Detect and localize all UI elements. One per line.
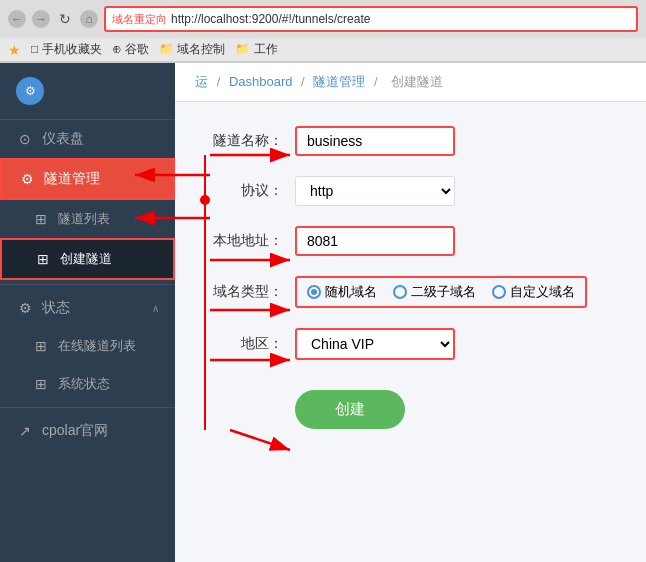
sidebar-label-create-tunnel: 创建隧道 xyxy=(60,250,157,268)
sidebar-item-status[interactable]: ⚙ 状态 ∧ xyxy=(0,289,175,327)
breadcrumb: 运 / Dashboard / 隧道管理 / 创建隧道 xyxy=(175,63,646,102)
breadcrumb-home[interactable]: 运 xyxy=(195,74,208,89)
form-submit-row: 创建 xyxy=(205,380,616,429)
star-icon: ★ xyxy=(8,42,21,58)
protocol-label: 协议： xyxy=(205,182,295,200)
sidebar-divider xyxy=(0,284,175,285)
region-label: 地区： xyxy=(205,335,295,353)
main-layout: ⚙ ⊙ 仪表盘 ⚙ 隧道管理 ∧ ⊞ 隧道列表 ⊞ 创建隧道 ⚙ 状态 ∧ ⊞ … xyxy=(0,63,646,562)
tunnel-mgmt-icon: ⚙ xyxy=(18,171,36,187)
sidebar-item-online-tunnels[interactable]: ⊞ 在线隧道列表 xyxy=(0,327,175,365)
sidebar-item-dashboard[interactable]: ⊙ 仪表盘 xyxy=(0,120,175,158)
form-row-domain-type: 域名类型： 随机域名 二级子域名 自定义域名 xyxy=(205,276,616,308)
radio-label-subdomain: 二级子域名 xyxy=(411,283,476,301)
address-url: http://localhost:9200/#!/tunnels/create xyxy=(171,12,630,26)
form-row-region: 地区： China VIP China US HK xyxy=(205,328,616,360)
radio-dot-custom xyxy=(492,285,506,299)
breadcrumb-sep2: / xyxy=(301,74,308,89)
create-button[interactable]: 创建 xyxy=(295,390,405,429)
form-row-tunnel-name: 隧道名称： xyxy=(205,126,616,156)
radio-dot-subdomain xyxy=(393,285,407,299)
tunnel-name-input[interactable] xyxy=(295,126,455,156)
browser-nav: ← → ↻ ⌂ 域名重定向 http://localhost:9200/#!/t… xyxy=(0,0,646,38)
forward-button[interactable]: → xyxy=(32,10,50,28)
form-row-protocol: 协议： http https tcp udp xyxy=(205,176,616,206)
sys-status-icon: ⊞ xyxy=(32,376,50,392)
bookmark-work[interactable]: 📁 工作 xyxy=(235,41,277,58)
dashboard-icon: ⊙ xyxy=(16,131,34,147)
form-row-local-addr: 本地地址： xyxy=(205,226,616,256)
tunnel-name-label: 隧道名称： xyxy=(205,132,295,150)
sidebar-item-tunnel-list[interactable]: ⊞ 隧道列表 xyxy=(0,200,175,238)
radio-random-domain[interactable]: 随机域名 xyxy=(307,283,377,301)
address-bar[interactable]: 域名重定向 http://localhost:9200/#!/tunnels/c… xyxy=(104,6,638,32)
domain-type-label: 域名类型： xyxy=(205,283,295,301)
local-addr-label: 本地地址： xyxy=(205,232,295,250)
form-container: 隧道名称： 协议： http https tcp udp 本地地址： xyxy=(175,102,646,453)
breadcrumb-tunnel-mgmt[interactable]: 隧道管理 xyxy=(313,74,365,89)
reload-button[interactable]: ↻ xyxy=(56,10,74,28)
local-addr-input[interactable] xyxy=(295,226,455,256)
sidebar-label-sys-status: 系统状态 xyxy=(58,375,159,393)
radio-subdomain[interactable]: 二级子域名 xyxy=(393,283,476,301)
sidebar-logo: ⚙ xyxy=(0,63,175,120)
breadcrumb-sep1: / xyxy=(217,74,221,89)
tunnel-mgmt-arrow: ∧ xyxy=(150,174,157,185)
sidebar-label-tunnel-mgmt: 隧道管理 xyxy=(44,170,142,188)
content-area: 运 / Dashboard / 隧道管理 / 创建隧道 隧道名称： 协议： ht… xyxy=(175,63,646,562)
radio-label-custom: 自定义域名 xyxy=(510,283,575,301)
breadcrumb-create-tunnel: 创建隧道 xyxy=(391,74,443,89)
redirect-label: 域名重定向 xyxy=(112,12,167,27)
region-select[interactable]: China VIP China US HK xyxy=(295,328,455,360)
sidebar-label-tunnel-list: 隧道列表 xyxy=(58,210,159,228)
sidebar-label-online-tunnels: 在线隧道列表 xyxy=(58,337,159,355)
bookmarks-bar: ★ □ 手机收藏夹 ⊕ 谷歌 📁 域名控制 📁 工作 xyxy=(0,38,646,62)
radio-dot-random xyxy=(307,285,321,299)
breadcrumb-dashboard[interactable]: Dashboard xyxy=(229,74,293,89)
protocol-select[interactable]: http https tcp udp xyxy=(295,176,455,206)
bookmark-mobile[interactable]: □ 手机收藏夹 xyxy=(31,41,102,58)
tunnel-list-icon: ⊞ xyxy=(32,211,50,227)
radio-custom-domain[interactable]: 自定义域名 xyxy=(492,283,575,301)
logo-icon: ⚙ xyxy=(16,77,44,105)
sidebar-label-dashboard: 仪表盘 xyxy=(42,130,159,148)
bookmark-domain[interactable]: 📁 域名控制 xyxy=(159,41,225,58)
home-button[interactable]: ⌂ xyxy=(80,10,98,28)
cpolar-icon: ↗ xyxy=(16,423,34,439)
sidebar: ⚙ ⊙ 仪表盘 ⚙ 隧道管理 ∧ ⊞ 隧道列表 ⊞ 创建隧道 ⚙ 状态 ∧ ⊞ … xyxy=(0,63,175,562)
back-button[interactable]: ← xyxy=(8,10,26,28)
sidebar-item-tunnel-mgmt[interactable]: ⚙ 隧道管理 ∧ xyxy=(0,158,175,200)
sidebar-item-sys-status[interactable]: ⊞ 系统状态 xyxy=(0,365,175,403)
status-arrow: ∧ xyxy=(152,303,159,314)
sidebar-item-create-tunnel[interactable]: ⊞ 创建隧道 xyxy=(0,238,175,280)
create-tunnel-icon: ⊞ xyxy=(34,251,52,267)
sidebar-item-cpolar[interactable]: ↗ cpolar官网 xyxy=(0,412,175,450)
status-icon: ⚙ xyxy=(16,300,34,316)
bookmark-google[interactable]: ⊕ 谷歌 xyxy=(112,41,149,58)
online-tunnels-icon: ⊞ xyxy=(32,338,50,354)
browser-chrome: ← → ↻ ⌂ 域名重定向 http://localhost:9200/#!/t… xyxy=(0,0,646,63)
domain-type-radio-group: 随机域名 二级子域名 自定义域名 xyxy=(295,276,587,308)
sidebar-label-cpolar: cpolar官网 xyxy=(42,422,159,440)
radio-label-random: 随机域名 xyxy=(325,283,377,301)
breadcrumb-sep3: / xyxy=(374,74,381,89)
sidebar-label-status: 状态 xyxy=(42,299,144,317)
sidebar-divider-2 xyxy=(0,407,175,408)
